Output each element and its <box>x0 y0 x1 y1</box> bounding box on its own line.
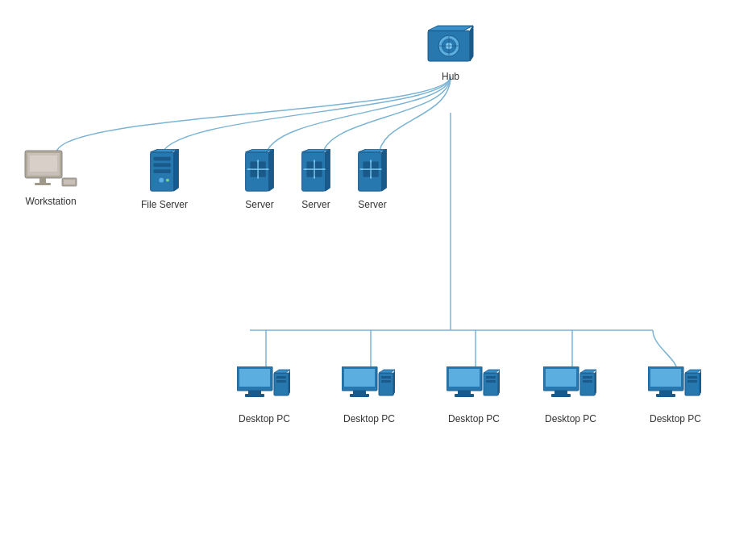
svg-rect-71 <box>381 376 391 379</box>
file-server-label: File Server <box>141 199 188 210</box>
svg-marker-78 <box>484 370 500 373</box>
svg-marker-97 <box>700 370 701 395</box>
file-server-node: File Server <box>141 149 188 210</box>
svg-marker-87 <box>580 370 596 373</box>
desktop1-icon <box>237 366 292 410</box>
svg-rect-72 <box>381 380 391 383</box>
server3-label: Server <box>358 199 386 210</box>
desktop3-node: Desktop PC <box>447 366 501 424</box>
svg-marker-70 <box>393 370 395 395</box>
svg-rect-16 <box>30 155 57 172</box>
svg-marker-60 <box>274 370 290 373</box>
desktop2-label: Desktop PC <box>343 413 395 424</box>
svg-rect-12 <box>39 178 46 183</box>
workstation-node: Workstation <box>22 149 80 207</box>
svg-rect-56 <box>239 369 270 387</box>
svg-rect-74 <box>449 369 480 387</box>
svg-rect-94 <box>656 394 675 397</box>
svg-marker-69 <box>379 370 395 373</box>
svg-rect-92 <box>650 369 681 387</box>
svg-rect-13 <box>35 183 51 185</box>
server2-node: Server <box>298 149 334 210</box>
file-server-icon <box>147 149 182 196</box>
hub-label: Hub <box>442 71 459 82</box>
svg-rect-67 <box>350 394 369 397</box>
desktop4-icon <box>543 366 598 410</box>
svg-point-23 <box>159 178 164 183</box>
svg-point-24 <box>166 179 169 182</box>
svg-rect-89 <box>583 376 592 379</box>
desktop3-label: Desktop PC <box>448 413 500 424</box>
server3-node: Server <box>355 149 390 210</box>
svg-marker-19 <box>174 149 179 191</box>
svg-rect-21 <box>153 163 170 167</box>
server3-icon <box>355 149 390 196</box>
server1-icon <box>242 149 277 196</box>
svg-marker-61 <box>289 370 290 395</box>
svg-rect-81 <box>486 380 496 383</box>
connection-lines <box>0 0 756 534</box>
svg-marker-27 <box>269 149 274 191</box>
desktop5-label: Desktop PC <box>650 413 701 424</box>
svg-rect-75 <box>458 391 471 394</box>
server1-node: Server <box>242 149 277 210</box>
svg-rect-98 <box>687 376 697 379</box>
svg-rect-99 <box>687 380 697 383</box>
hub-node: Hub <box>426 24 475 82</box>
svg-rect-76 <box>455 394 474 397</box>
desktop2-icon <box>342 366 397 410</box>
workstation-icon <box>22 149 80 192</box>
desktop4-label: Desktop PC <box>545 413 596 424</box>
workstation-label: Workstation <box>25 196 76 207</box>
svg-rect-22 <box>153 169 170 173</box>
svg-rect-65 <box>344 369 375 387</box>
desktop5-icon <box>648 366 703 410</box>
svg-marker-3 <box>428 26 473 31</box>
svg-marker-37 <box>326 149 330 191</box>
svg-rect-15 <box>64 180 75 184</box>
desktop4-node: Desktop PC <box>543 366 598 424</box>
server2-icon <box>298 149 334 196</box>
desktop1-node: Desktop PC <box>237 366 292 424</box>
svg-rect-57 <box>248 391 261 394</box>
svg-marker-47 <box>382 149 387 191</box>
svg-rect-80 <box>486 376 496 379</box>
hub-icon <box>426 24 475 68</box>
server2-label: Server <box>301 199 330 210</box>
svg-marker-96 <box>685 370 701 373</box>
desktop2-node: Desktop PC <box>342 366 397 424</box>
svg-rect-93 <box>659 391 672 394</box>
svg-rect-66 <box>353 391 366 394</box>
svg-marker-79 <box>498 370 500 395</box>
svg-rect-83 <box>546 369 576 387</box>
svg-rect-20 <box>153 157 170 161</box>
svg-rect-63 <box>276 380 286 383</box>
desktop5-node: Desktop PC <box>648 366 703 424</box>
desktop1-label: Desktop PC <box>239 413 290 424</box>
svg-rect-90 <box>583 380 592 383</box>
svg-rect-58 <box>245 394 264 397</box>
svg-rect-85 <box>551 394 571 397</box>
svg-marker-88 <box>595 370 596 395</box>
svg-marker-4 <box>470 26 473 61</box>
desktop3-icon <box>447 366 501 410</box>
svg-rect-62 <box>276 376 286 379</box>
svg-rect-84 <box>555 391 567 394</box>
server1-label: Server <box>245 199 273 210</box>
network-diagram: Hub Workstation <box>0 0 756 534</box>
